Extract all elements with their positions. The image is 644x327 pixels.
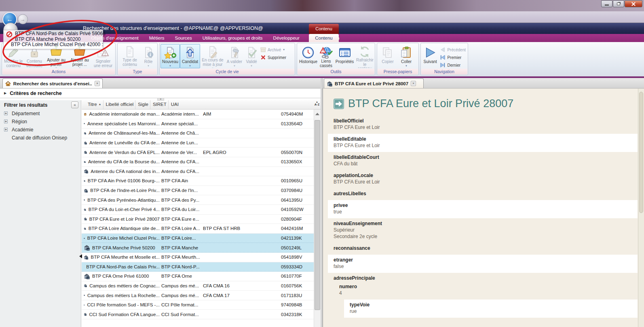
scrollbar-thumb[interactable] <box>639 92 643 213</box>
table-row[interactable]: Antenne de Châteauneuf-les-Ma...Antenne … <box>82 129 314 138</box>
filter-item-academie[interactable]: Académie <box>0 126 81 134</box>
collapse-filters-button[interactable]: « <box>71 101 78 108</box>
table-row[interactable]: BTP CFA Nord-Pas de Calais Priv...BTP CF… <box>82 262 314 272</box>
column-header-siret[interactable]: SIRET <box>150 100 169 109</box>
menu-item-utilisateurs-groupes-et-droits[interactable]: Utilisateurs, groupes et droits <box>203 36 263 40</box>
dropdown-icon[interactable]: ▼ <box>78 67 81 68</box>
ribbon-button-suivant[interactable]: Suivant <box>422 44 439 68</box>
ribbon-button-coller[interactable]: Coller▼ <box>397 44 415 68</box>
building-icon <box>84 254 89 260</box>
collapse-marker-icon[interactable] <box>79 254 82 258</box>
ribbon-button-supprimer[interactable]: Supprimer <box>259 54 287 61</box>
ribbon-button-nouveau[interactable]: Nouveau▼ <box>160 44 180 68</box>
table-row[interactable]: CCI Sud Formation CFA Langue...CCI Sud F… <box>82 310 314 319</box>
expand-icon[interactable] <box>4 112 8 115</box>
table-row[interactable]: BTP CFA Meurthe et Moselle et...BTP CFA … <box>82 253 314 262</box>
tab-detail-structure[interactable]: BTP CFA Eure et Loir Privé 28007 ✕ <box>324 78 424 88</box>
field-label: libelleEditable <box>334 136 638 142</box>
filter-item-departement[interactable]: Département <box>0 110 81 118</box>
table-row[interactable]: Antenne de Verdun du CFA EPL...Antenne d… <box>82 148 314 157</box>
close-button[interactable] <box>625 0 642 7</box>
menu-tab-contenu[interactable]: Contenu <box>309 34 339 42</box>
filter-item-canal-de-diffusion-onisep[interactable]: Canal de diffusion Onisep <box>0 134 81 142</box>
detail-field-niveauenseignement: niveauEnseignementSupérieurSecondaire 2e… <box>328 218 638 243</box>
menu-item-sources[interactable]: Sources <box>175 36 192 40</box>
building-icon <box>84 283 87 289</box>
ribbon-button-en-cours-de-mise-a-jour[interactable]: En cours de mise à jour▼ <box>200 44 225 68</box>
ribbon-button-copier[interactable]: Copier <box>378 44 397 68</box>
search-criteria-header[interactable]: ▶ Critères de recherche <box>0 89 321 98</box>
scrollbar-thumb[interactable] <box>315 120 320 310</box>
table-row[interactable]: BTP CFA Ain Privé 01006 Bourg-...BTP CFA… <box>82 176 314 186</box>
restore-button[interactable] <box>613 0 624 7</box>
prev-icon <box>440 47 446 53</box>
dropdown-icon[interactable]: ▼ <box>169 65 171 67</box>
field-label: numero <box>339 283 638 290</box>
expand-icon[interactable] <box>4 120 8 123</box>
table-scrollbar[interactable] <box>314 110 321 327</box>
filter-item-region[interactable]: Région <box>0 118 81 126</box>
ribbon-button-liens-casses[interactable]: Liens cassés <box>319 44 334 68</box>
ribbon-button-precedent[interactable]: Précédent <box>439 46 467 53</box>
table-row[interactable]: CCI Pôle formation Sud - MEFS -...CCI Pô… <box>82 300 314 310</box>
table-row[interactable]: Antenne du CFA national des in...Antenne… <box>82 167 314 177</box>
ribbon-button-premier[interactable]: Premier <box>439 54 467 61</box>
ribbon-button-valide[interactable]: Validé▼ <box>244 44 259 68</box>
ribbon-button-type-de-contenu[interactable]: Type de contenu▼ <box>118 44 141 68</box>
ribbon-button-archive[interactable]: Archivé▼ <box>259 46 287 53</box>
table-row[interactable]: BTP CFA des Pyrénées-Atlantiqu...BTP CFA… <box>82 195 314 205</box>
scroll-up-icon[interactable] <box>314 111 321 117</box>
table-row[interactable]: BTP CFA Loire Michel Cluzel Priv...BTP C… <box>82 234 314 243</box>
table-row[interactable]: BTP CFA Eure et Loir Privé 28007BTP CFA … <box>82 215 314 224</box>
table-row[interactable]: BTP CFA Orne Privé 61000BTP CFA Orne0610… <box>82 272 314 281</box>
table-row[interactable]: BTP CFA du Loir-et-Cher Privé 4...BTP CF… <box>82 205 314 215</box>
table-row[interactable]: Antenne du CFA de la Bourse du...Antenne… <box>82 157 314 167</box>
tab-close-icon[interactable]: ✕ <box>95 81 100 86</box>
ribbon-button-historique[interactable]: Historique <box>298 44 319 68</box>
sort-az-icon[interactable]: ▲A·Z <box>314 101 320 106</box>
table-row[interactable]: Académie internationale de man...Académi… <box>82 110 314 119</box>
table-row[interactable]: Antenne de Lunéville du CFA de...Antenne… <box>82 138 314 148</box>
ribbon-button-role[interactable]: Rôle▼ <box>141 44 156 68</box>
tab-close-icon[interactable]: ✕ <box>411 81 416 86</box>
expand-icon[interactable] <box>4 128 8 131</box>
field-label: etranger <box>334 257 638 263</box>
ribbon-button-candidat[interactable]: Candidat▼ <box>180 44 200 68</box>
dropdown-icon[interactable]: ▼ <box>189 65 191 67</box>
table-row[interactable]: Campus des métiers de Cognac...Campus de… <box>82 281 314 291</box>
ribbon-button-dernier[interactable]: Dernier <box>439 62 467 68</box>
column-header-titre[interactable]: Titre▲ <box>82 100 103 109</box>
table-row[interactable]: BTP CFA Loire Atlantique site de...BTP C… <box>82 224 314 234</box>
menu-item-developpeur[interactable]: Développeur <box>273 36 300 40</box>
column-header-libelle[interactable]: Libellé officiel <box>103 100 136 109</box>
building-icon <box>84 216 87 222</box>
dropdown-icon[interactable]: ▼ <box>233 65 236 67</box>
splitter-handle[interactable]: ▼ <box>157 98 164 101</box>
ribbon-button-rafraichir-le-contenu[interactable]: Rafraichir le contenu <box>356 44 374 68</box>
dropdown-icon[interactable]: ▼ <box>211 67 214 68</box>
app-window: http://localhost:8090/ideo/index.html?&f… <box>0 0 644 327</box>
tab-search-structures[interactable]: Rechercher des structures d'ensei... ✕ <box>2 78 103 88</box>
dropdown-icon[interactable]: ▼ <box>405 65 408 67</box>
dropdown-icon[interactable]: ▼ <box>129 67 131 68</box>
dropdown-icon[interactable]: ▼ <box>147 65 150 67</box>
dropdown-icon[interactable]: ▼ <box>250 65 253 67</box>
minimize-button[interactable] <box>601 0 612 7</box>
hammer-icon <box>228 46 241 59</box>
doc-icon <box>123 45 136 58</box>
table-row[interactable]: BTP CFA de l'Indre-et-Loire Priv...BTP C… <box>82 186 314 196</box>
table-row[interactable]: Annexe spécialisée Les Marronni...Annexe… <box>82 119 314 129</box>
table-row[interactable]: BTP CFA Manche Privé 50200BTP CFA Manche… <box>82 243 314 253</box>
table-row[interactable]: Campus des métiers La Rochelle...Campus … <box>82 291 314 300</box>
detail-scrollbar[interactable] <box>638 89 644 327</box>
column-header-uai[interactable]: UAI <box>169 100 180 109</box>
ribbon-button-proprietes[interactable]: Propriétés <box>334 44 356 68</box>
next-icon <box>424 46 436 59</box>
menu-item-metiers[interactable]: Métiers <box>149 36 165 40</box>
dropdown-icon[interactable]: ▼ <box>55 67 57 68</box>
field-value: false <box>334 263 638 270</box>
ribbon-group-label: Presse-papiers <box>378 69 418 74</box>
column-header-sigle[interactable]: Sigle <box>135 100 150 109</box>
ribbon-button-a-valider[interactable]: A valider▼ <box>225 44 244 68</box>
forward-button[interactable]: → <box>18 14 28 24</box>
